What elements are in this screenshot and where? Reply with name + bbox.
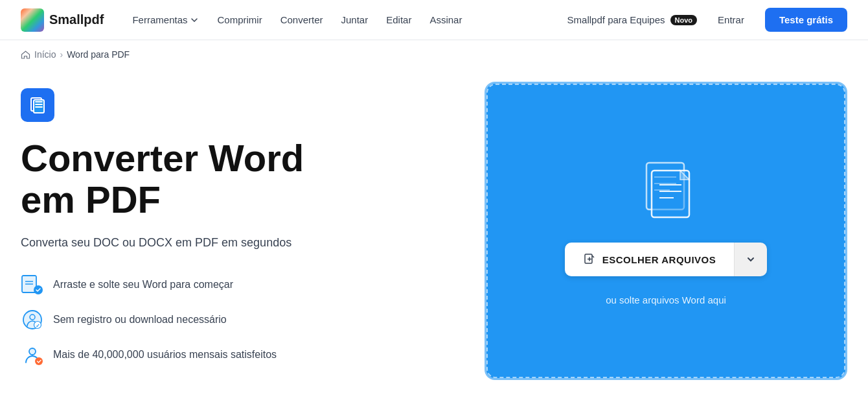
nav-links: Ferramentas Comprimir Converter Juntar E… [124, 9, 567, 30]
nav-right: Smallpdf para Equipes Novo Entrar Teste … [567, 8, 847, 32]
nav-converter[interactable]: Converter [273, 9, 331, 30]
feature-item-2: ✓ Sem registro ou download necessário [21, 308, 446, 331]
left-panel: Converter Word em PDF Converta seu DOC o… [21, 82, 446, 366]
file-plus-icon [583, 253, 596, 266]
svg-text:✓: ✓ [36, 323, 40, 329]
choose-files-button[interactable]: ESCOLHER ARQUIVOS [565, 243, 734, 276]
drag-drop-icon [21, 273, 44, 296]
breadcrumb-current: Word para PDF [67, 49, 130, 60]
nav-equipes[interactable]: Smallpdf para Equipes Novo [567, 14, 697, 25]
feature-item-3: Mais de 40,000,000 usuários mensais sati… [21, 343, 446, 366]
nav-ferramentas[interactable]: Ferramentas [124, 9, 207, 30]
feature-item-1: Arraste e solte seu Word para começar [21, 273, 446, 296]
navbar: Smallpdf Ferramentas Comprimir Converter… [0, 0, 868, 40]
svg-point-14 [35, 357, 43, 365]
no-registration-icon: ✓ [21, 308, 44, 331]
logo-text: Smallpdf [49, 12, 104, 27]
page-subtitle: Converta seu DOC ou DOCX em PDF em segun… [21, 236, 446, 250]
right-panel: ESCOLHER ARQUIVOS ou solte arquivos Word… [485, 82, 847, 380]
main-content: Converter Word em PDF Converta seu DOC o… [0, 69, 868, 406]
tool-icon-box [21, 88, 54, 122]
features-list: Arraste e solte seu Word para começar ✓ … [21, 273, 446, 366]
upload-dropzone[interactable]: ESCOLHER ARQUIVOS ou solte arquivos Word… [485, 82, 847, 380]
nav-juntar[interactable]: Juntar [334, 9, 376, 30]
chevron-down-icon [745, 254, 757, 265]
chevron-down-icon [190, 16, 199, 25]
drop-text: ou solte arquivos Word aqui [606, 294, 726, 305]
nav-comprimir[interactable]: Comprimir [209, 9, 269, 30]
entrar-button[interactable]: Entrar [705, 9, 757, 30]
breadcrumb-separator: › [60, 49, 63, 60]
word-pdf-icon [29, 96, 47, 114]
upload-content: ESCOLHER ARQUIVOS ou solte arquivos Word… [565, 156, 767, 305]
teste-gratis-button[interactable]: Teste grátis [765, 8, 847, 32]
logo-link[interactable]: Smallpdf [21, 8, 104, 32]
breadcrumb-inicio[interactable]: Início [34, 49, 56, 60]
choose-files-dropdown-button[interactable] [734, 243, 767, 276]
breadcrumb: Início › Word para PDF [0, 40, 868, 69]
upload-button-row: ESCOLHER ARQUIVOS [565, 243, 767, 276]
users-icon [21, 343, 44, 366]
novo-badge: Novo [670, 15, 698, 25]
home-icon [21, 50, 30, 60]
page-title: Converter Word em PDF [21, 137, 446, 220]
document-illustration [634, 156, 698, 224]
nav-editar[interactable]: Editar [378, 9, 419, 30]
svg-point-13 [29, 348, 36, 355]
nav-assinar[interactable]: Assinar [422, 9, 470, 30]
logo-icon [21, 8, 44, 32]
